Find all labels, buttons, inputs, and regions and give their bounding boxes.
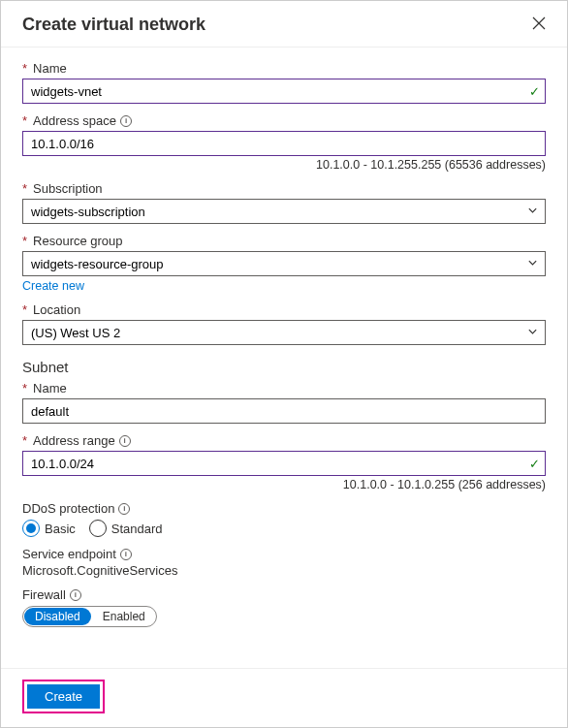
firewall-enabled-seg[interactable]: Enabled [92,607,156,626]
field-name: *Name ✓ [22,61,546,104]
name-label: Name [33,61,67,76]
ddos-basic-label: Basic [45,522,76,536]
firewall-label-row: Firewall i [22,587,546,602]
address-space-input[interactable] [22,131,546,156]
field-location: *Location [22,302,546,345]
ddos-label: DDoS protection [22,501,114,516]
info-icon[interactable]: i [120,115,132,127]
close-icon[interactable] [528,13,550,37]
field-subnet-name: *Name [22,381,546,424]
ddos-options: Basic Standard [22,520,546,537]
subscription-label: Subscription [33,181,103,196]
info-icon[interactable]: i [120,549,132,560]
ddos-basic-radio[interactable]: Basic [22,520,76,537]
address-range-input[interactable] [22,451,546,476]
resource-group-label: Resource group [33,234,123,248]
name-input[interactable] [22,79,546,104]
service-endpoint-label-row: Service endpoint i [22,547,546,561]
firewall-label: Firewall [22,587,66,602]
resource-group-select[interactable] [22,251,546,276]
subscription-select[interactable] [22,199,546,224]
panel-body: *Name ✓ *Address space i 10.1.0.0 - 10.1… [1,47,567,668]
subnet-heading: Subnet [22,359,546,375]
service-endpoint-label: Service endpoint [22,547,116,561]
field-resource-group: *Resource group Create new [22,234,546,293]
address-range-label: Address range [33,433,115,448]
subnet-name-input[interactable] [22,398,546,424]
location-select[interactable] [22,320,546,345]
create-button[interactable]: Create [27,684,100,709]
address-space-helper: 10.1.0.0 - 10.1.255.255 (65536 addresses… [22,158,546,172]
firewall-toggle[interactable]: Disabled Enabled [22,606,157,627]
location-label: Location [33,302,80,317]
panel-footer: Create [1,668,567,727]
create-new-link[interactable]: Create new [22,279,84,293]
ddos-label-row: DDoS protection i [22,501,546,516]
field-address-range: *Address range i ✓ 10.1.0.0 - 10.1.0.255… [22,433,546,491]
info-icon[interactable]: i [119,435,131,447]
info-icon[interactable]: i [118,503,130,515]
field-address-space: *Address space i 10.1.0.0 - 10.1.255.255… [22,113,546,172]
info-icon[interactable]: i [70,589,81,601]
panel-header: Create virtual network [1,1,567,47]
address-range-helper: 10.1.0.0 - 10.1.0.255 (256 addresses) [22,478,546,491]
address-space-label: Address space [33,113,116,128]
ddos-standard-label: Standard [111,522,163,536]
field-subscription: *Subscription [22,181,546,224]
firewall-disabled-seg[interactable]: Disabled [24,608,91,625]
create-vnet-panel: Create virtual network *Name ✓ *Address … [0,0,568,728]
subnet-name-label: Name [33,381,67,396]
create-button-focus-ring: Create [22,680,105,713]
panel-title: Create virtual network [22,15,205,35]
service-endpoint-value: Microsoft.CognitiveServices [22,563,546,578]
ddos-standard-radio[interactable]: Standard [89,520,163,537]
